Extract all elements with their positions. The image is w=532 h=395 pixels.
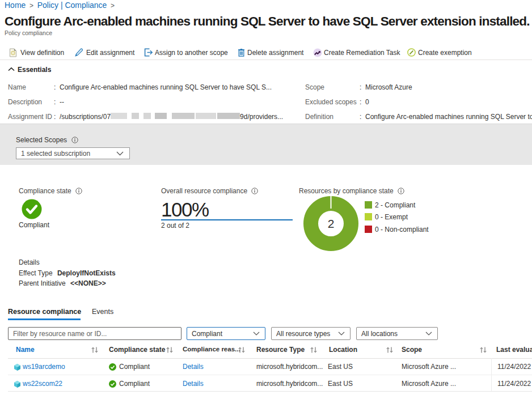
svg-text:2: 2 [328,217,335,230]
